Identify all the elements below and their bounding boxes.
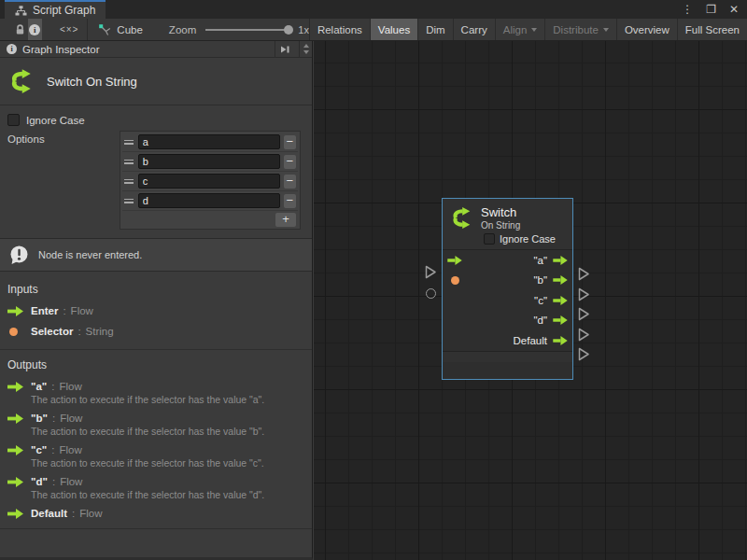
port-name: Selector [31, 326, 73, 337]
port-name: "a" [31, 381, 47, 392]
port-type: Flow [60, 381, 82, 392]
flow-arrow-icon [7, 413, 23, 424]
port-description: The action to execute if the selector ha… [31, 426, 312, 437]
node-subtitle: On String [481, 220, 520, 231]
node-port-label: Default [514, 335, 547, 346]
drag-handle-icon[interactable] [124, 199, 134, 203]
zoom-slider-handle[interactable] [284, 25, 293, 35]
connector-triangle-icon[interactable] [578, 267, 590, 281]
graph-context-breadcrumb[interactable]: Cube [98, 19, 143, 40]
option-row: − [122, 191, 298, 211]
unit-title-row: Switch On String [0, 58, 312, 105]
graph-inspector-panel: i Graph Inspector Switch On String Ignor… [0, 41, 313, 560]
lock-button[interactable] [13, 19, 27, 40]
toolbar-button-distribute[interactable]: Distribute [544, 19, 616, 40]
flow-arrow-icon [7, 445, 23, 455]
option-input[interactable] [138, 154, 280, 169]
port-name: Default [31, 508, 67, 519]
port-type: Flow [79, 508, 102, 519]
switch-on-string-node[interactable]: Switch On String Ignore Case "a" [442, 198, 573, 380]
title-bar: Script Graph ⋮ ❐ ✕ [0, 0, 747, 19]
inspector-toggle-button[interactable]: i [28, 19, 42, 40]
port-row-b: "b" : Flow [7, 413, 312, 424]
option-input[interactable] [138, 193, 280, 208]
toolbar-button-dim[interactable]: Dim [417, 19, 452, 40]
connector-triangle-icon[interactable] [578, 307, 590, 321]
connector-triangle-icon[interactable] [578, 328, 590, 342]
toolbar-button-overview[interactable]: Overview [616, 19, 677, 40]
graph-inspector-header: i Graph Inspector [0, 41, 312, 58]
node-header: Switch On String Ignore Case [443, 199, 572, 249]
node-ignore-case-checkbox[interactable] [484, 233, 495, 245]
chevron-down-icon [531, 28, 537, 32]
zoom-slider[interactable] [205, 29, 289, 31]
options-label: Options [7, 131, 45, 230]
connector-triangle-icon[interactable] [425, 265, 437, 279]
flow-arrow-icon [7, 306, 23, 316]
flow-port-icon[interactable] [553, 296, 568, 305]
dock-icon [279, 44, 290, 55]
dock-panel-button[interactable] [275, 41, 293, 58]
node-title: Switch [481, 205, 520, 219]
port-name: Enter [31, 305, 58, 316]
tab-label: Script Graph [33, 4, 95, 17]
drag-handle-icon[interactable] [124, 140, 134, 145]
code-preview-button[interactable]: <×> [60, 19, 79, 40]
node-body: "a" "b" "c" "d" [443, 249, 572, 351]
panel-scroll-buttons[interactable] [299, 41, 312, 58]
section-divider [0, 349, 312, 350]
remove-option-button[interactable]: − [284, 155, 296, 169]
port-type: String [86, 326, 114, 337]
drag-handle-icon[interactable] [124, 179, 134, 184]
ignore-case-checkbox[interactable] [7, 114, 20, 126]
flow-port-icon[interactable] [553, 336, 568, 345]
options-list: − − − − + [120, 131, 301, 230]
flow-port-icon[interactable] [553, 256, 568, 265]
toolbar-button-align[interactable]: Align [495, 19, 545, 40]
drag-handle-icon[interactable] [124, 160, 134, 164]
scroll-up-icon[interactable] [303, 44, 309, 48]
flow-port-icon[interactable] [553, 275, 568, 285]
tab-script-graph[interactable]: Script Graph [5, 0, 106, 19]
connector-triangle-icon[interactable] [578, 287, 590, 301]
type-separator: : [51, 444, 54, 455]
port-row-selector: Selector : String [7, 326, 312, 337]
remove-option-button[interactable]: − [284, 135, 296, 149]
enter-flow-port-icon[interactable] [447, 256, 462, 265]
node-port-label: "c" [534, 295, 547, 306]
option-input[interactable] [138, 134, 280, 149]
maximize-icon[interactable]: ❐ [706, 3, 716, 16]
connector-circle-icon[interactable] [426, 288, 436, 299]
toolbar-button-values[interactable]: Values [370, 19, 417, 40]
toolbar-button-fullscreen[interactable]: Full Screen [677, 19, 747, 40]
option-row: − [122, 172, 298, 191]
add-option-button[interactable]: + [275, 213, 296, 227]
port-type: Flow [60, 413, 82, 424]
selector-value-port-icon[interactable] [451, 276, 459, 285]
remove-option-button[interactable]: − [284, 194, 296, 208]
scroll-down-icon[interactable] [303, 50, 309, 54]
port-row-d: "d" : Flow [7, 476, 312, 487]
graph-hierarchy-icon [15, 6, 27, 16]
connector-triangle-icon[interactable] [578, 347, 590, 361]
port-type: Flow [60, 476, 82, 487]
toolbar-button-relations[interactable]: Relations [309, 19, 370, 40]
flow-arrow-icon [7, 382, 23, 392]
option-input[interactable] [138, 174, 280, 189]
toolbar: i <×> Cube Zoom 1x Relations Values Dim … [0, 19, 747, 41]
flow-port-icon[interactable] [553, 315, 568, 325]
graph-canvas[interactable]: Switch On String Ignore Case "a" [314, 41, 747, 560]
port-name: "b" [31, 413, 48, 424]
graph-inspector-title: Graph Inspector [22, 44, 269, 55]
option-row: − [122, 133, 298, 152]
chevron-down-icon [603, 28, 609, 32]
port-name: "d" [31, 476, 48, 487]
close-icon[interactable]: ✕ [729, 3, 739, 16]
window-menu-icon[interactable]: ⋮ [682, 3, 693, 16]
info-icon: i [29, 24, 40, 35]
remove-option-button[interactable]: − [284, 175, 296, 189]
port-row-enter: Enter : Flow [7, 305, 312, 316]
type-separator: : [72, 508, 75, 519]
toolbar-button-carry[interactable]: Carry [453, 19, 495, 40]
port-description: The action to execute if the selector ha… [31, 489, 312, 500]
